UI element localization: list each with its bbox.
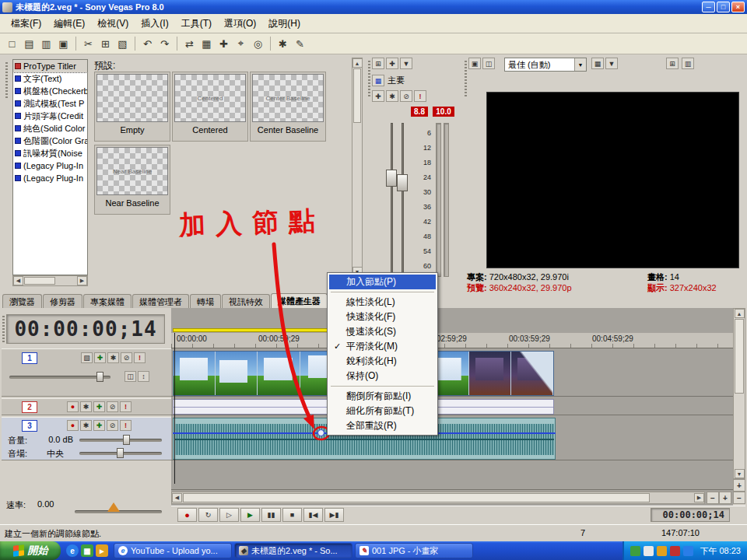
compositing-mode-icon[interactable]: ◫ — [124, 371, 136, 382]
rate-marker[interactable] — [107, 502, 120, 512]
copy-snapshot-icon[interactable]: ⊞ — [666, 58, 679, 69]
preview-quality-dropdown[interactable]: 最佳 (自動) ▼ — [504, 58, 587, 72]
dropdown-arrow-icon[interactable]: ▼ — [574, 58, 586, 71]
track-header-3[interactable]: 3 ● ✱ ✚ ⊘ ! 音量: 0.0 dB 音場: 中央 — [2, 417, 171, 460]
go-to-end-button[interactable]: ▶▮ — [324, 508, 344, 522]
scroll-right-icon[interactable]: ▶ — [694, 493, 704, 502]
scroll-thumb[interactable] — [24, 277, 55, 285]
generator-item[interactable]: 片頭字幕(Credit — [13, 110, 87, 122]
scroll-right-icon[interactable]: ▶ — [77, 276, 87, 285]
slider-thumb[interactable] — [117, 448, 124, 458]
taskbar-task-youtube[interactable]: e YouTube - Upload yo... — [114, 543, 232, 558]
panel-grip[interactable] — [2, 316, 5, 344]
scroll-down-icon[interactable]: ▼ — [735, 469, 745, 478]
loop-playback-button[interactable]: ↻ — [198, 508, 218, 522]
tray-icon[interactable] — [657, 546, 667, 556]
insert-fx-icon[interactable]: ✚ — [386, 58, 398, 69]
redo-icon[interactable]: ↷ — [156, 36, 173, 52]
menu-help[interactable]: 說明(H) — [262, 15, 307, 33]
zoom-out-icon[interactable]: − — [707, 492, 719, 504]
generator-item[interactable]: 測試模板(Test P — [13, 97, 87, 110]
minimize-button[interactable]: ─ — [702, 2, 715, 12]
clip-indicator-left[interactable]: 8.8 — [411, 107, 428, 117]
generator-item[interactable]: 棋盤格(Checkerb — [13, 85, 87, 97]
envelope-node[interactable] — [317, 429, 324, 436]
menu-view[interactable]: 檢視(V) — [91, 15, 135, 33]
preset-empty[interactable]: Empty — [94, 72, 170, 142]
automation-icon[interactable]: ✱ — [80, 420, 92, 431]
timeline-cursor[interactable] — [174, 333, 175, 484]
start-button[interactable]: 開始 — [0, 541, 61, 560]
scroll-left-icon[interactable]: ◀ — [172, 493, 182, 502]
slider-thumb[interactable] — [96, 372, 103, 382]
panel-grip[interactable] — [465, 61, 467, 98]
snapping-icon[interactable]: ▦ — [198, 36, 215, 52]
envelope-tool-icon[interactable]: ✱ — [275, 36, 291, 52]
menu-insert[interactable]: 插入(I) — [135, 15, 174, 33]
restore-button[interactable]: □ — [717, 2, 730, 12]
bypass-motion-blur-icon[interactable]: ▧ — [81, 352, 93, 363]
play-button[interactable]: ▶ — [240, 508, 260, 522]
menu-item-thin-all-points[interactable]: 細化所有節點(T) — [329, 404, 436, 418]
scroll-up-icon[interactable]: ▲ — [352, 58, 363, 68]
automation-icon[interactable]: ✱ — [386, 90, 398, 102]
track-fx-icon[interactable]: ✚ — [93, 401, 105, 412]
pencil-tool-icon[interactable]: ✎ — [292, 36, 308, 52]
menu-item-add-point[interactable]: 加入節點(P) — [329, 275, 436, 289]
master-fader-left[interactable] — [386, 170, 397, 187]
menu-item-sharp-fade[interactable]: 銳利淡化(H) — [329, 354, 436, 369]
tab-video-fx[interactable]: 視訊特效 — [222, 294, 270, 308]
track-header-1[interactable]: 1 ▧ ✚ ✱ ⊘ ! ◫ ↕ — [2, 348, 171, 397]
track-level-slider[interactable] — [9, 376, 110, 379]
empty-track-space[interactable] — [171, 462, 733, 490]
go-to-start-button[interactable]: ▮◀ — [303, 508, 323, 522]
panel-grip[interactable] — [368, 61, 370, 98]
preset-centered[interactable]: Centered Centered — [172, 72, 248, 142]
tab-media-manager[interactable]: 媒體管理者 — [132, 294, 189, 308]
mute-icon[interactable]: ⊘ — [121, 352, 132, 363]
show-desktop-icon[interactable]: ▦ — [81, 544, 93, 557]
menu-file[interactable]: 檔案(F) — [5, 15, 47, 33]
generator-item[interactable]: (Legacy Plug-In — [13, 172, 87, 184]
track-number-badge[interactable]: 3 — [22, 420, 37, 432]
transport-timecode[interactable]: 00:00:00;14 — [651, 508, 730, 522]
generator-item[interactable]: 色階圖(Color Gra — [13, 135, 87, 147]
solo-icon[interactable]: ! — [414, 90, 426, 102]
paste-icon[interactable]: ▧ — [114, 36, 131, 52]
preset-center-baseline[interactable]: Center Baseline Center Baseline — [250, 72, 326, 142]
video-properties-icon[interactable]: ▣ — [468, 58, 481, 69]
tray-icon[interactable] — [644, 546, 654, 556]
menu-item-linear-fade[interactable]: 線性淡化(L) — [329, 295, 436, 310]
track-zoom-in-icon[interactable]: + — [733, 479, 745, 492]
track-fx-icon[interactable]: ✚ — [94, 352, 106, 363]
zoom-in-icon[interactable]: + — [719, 492, 731, 504]
automation-icon[interactable]: ✱ — [80, 401, 92, 412]
scroll-thumb[interactable] — [183, 493, 650, 502]
scroll-left-icon[interactable]: ◀ — [13, 276, 23, 285]
menu-item-reset-all[interactable]: 全部重設(R) — [329, 418, 436, 433]
pan-slider[interactable] — [79, 452, 162, 455]
timeline-timecode-display[interactable]: 00:00:00;14 — [6, 314, 165, 344]
menu-item-fast-fade[interactable]: 快速淡化(F) — [329, 310, 436, 324]
grid-overlay-icon[interactable]: ▦ — [591, 58, 604, 69]
scroll-up-icon[interactable]: ▲ — [735, 309, 745, 318]
tray-volume-icon[interactable] — [683, 546, 693, 556]
tab-media-generators[interactable]: 媒體產生器 — [271, 293, 328, 308]
close-button[interactable]: × — [731, 2, 745, 12]
tab-transitions[interactable]: 轉場 — [190, 294, 221, 308]
master-fader-right[interactable] — [397, 174, 408, 191]
mute-icon[interactable]: ⊘ — [107, 401, 118, 412]
mixer-dropdown-icon[interactable]: ▼ — [400, 58, 412, 69]
menu-item-hold[interactable]: 保持(O) — [329, 369, 436, 383]
save-icon[interactable]: ▥ — [38, 36, 54, 52]
menu-tools[interactable]: 工具(T) — [175, 15, 218, 33]
panel-grip[interactable] — [5, 62, 8, 100]
generator-item[interactable]: (Legacy Plug-In — [13, 159, 87, 172]
menu-item-smooth-fade[interactable]: ✓平滑淡化(M) — [329, 339, 436, 354]
solo-icon[interactable]: ! — [134, 352, 146, 363]
tab-project-media[interactable]: 專案媒體 — [83, 294, 132, 308]
arm-record-icon[interactable]: ● — [67, 420, 79, 431]
solo-icon[interactable]: ! — [120, 401, 132, 412]
arm-record-icon[interactable]: ● — [67, 401, 79, 412]
open-icon[interactable]: ▤ — [21, 36, 37, 52]
